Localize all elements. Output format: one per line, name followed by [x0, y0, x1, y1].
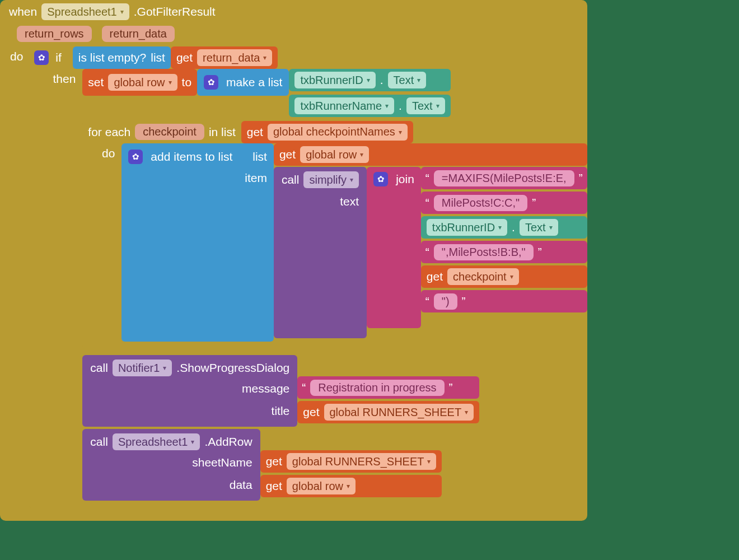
checkpoint-dropdown[interactable]: checkpoint	[447, 268, 519, 285]
get-label: get	[303, 405, 319, 419]
add-items-block[interactable]: add items to list list item	[121, 143, 587, 342]
runners-sheet-dropdown[interactable]: global RUNNERS_SHEET	[287, 453, 437, 470]
lq: “	[425, 196, 429, 209]
rq: ”	[579, 171, 583, 185]
foreach-label: for each	[88, 125, 130, 139]
foreach-var[interactable]: checkpoint	[135, 124, 204, 140]
join-s4[interactable]: “ ",MilePosts!B:B," ”	[421, 241, 587, 263]
s1-text[interactable]: =MAXIFS(MilePosts!E:E,	[434, 170, 574, 186]
event-when-block[interactable]: when Spreadsheet1 .GotFilterResult retur…	[0, 0, 587, 521]
global-row-dropdown[interactable]: global row	[287, 478, 356, 494]
rq: ”	[449, 381, 453, 394]
get-label: get	[427, 270, 443, 283]
make-a-list-block[interactable]: make a list	[197, 69, 289, 96]
if-block[interactable]: if is list empty? list get return_data	[29, 46, 587, 508]
to-label: to	[182, 76, 192, 89]
if-label: if	[53, 51, 67, 64]
call-addrow-block[interactable]: call Spreadsheet1 .AddRow sheetName data	[82, 429, 587, 501]
set-row-block[interactable]: set global row to make a list	[82, 69, 587, 117]
join-s6[interactable]: “ ") ”	[421, 290, 587, 312]
join-label: join	[392, 172, 414, 186]
get-label: get	[266, 479, 282, 493]
lq: “	[425, 295, 429, 308]
param-return-rows[interactable]: return_rows	[17, 26, 92, 42]
if-header: if is list empty? list get return_data	[29, 46, 587, 69]
is-list-empty-block[interactable]: is list empty? list	[73, 46, 171, 69]
get-checkpointnames[interactable]: get global checkpointNames	[241, 121, 413, 143]
return-data-dropdown[interactable]: return_data	[197, 49, 272, 66]
txbrunnername-text[interactable]: txbRunnerName . Text	[289, 95, 450, 117]
join-txbrunnerid[interactable]: txbRunnerID . Text	[421, 216, 587, 239]
get-label: get	[176, 51, 193, 64]
get-runners-sheet-2[interactable]: get global RUNNERS_SHEET	[260, 450, 442, 473]
rq: ”	[538, 245, 542, 259]
sheetname-arg-label: sheetName	[192, 456, 252, 469]
foreach-block[interactable]: for each checkpoint in list get global c…	[82, 120, 587, 349]
param-return-data[interactable]: return_data	[102, 26, 175, 42]
checkpointnames-dropdown[interactable]: global checkpointNames	[268, 124, 408, 141]
add-items-label: add items to list	[147, 150, 232, 164]
notifier-dropdown[interactable]: Notifier1	[113, 360, 172, 376]
list-label: list	[151, 51, 165, 64]
data-arg-label: data	[230, 478, 252, 492]
get-checkpoint[interactable]: get checkpoint	[421, 265, 587, 288]
get-global-row-2[interactable]: get global row	[260, 475, 442, 497]
then-label: then	[29, 69, 82, 89]
lq: “	[302, 381, 306, 394]
gear-icon[interactable]	[204, 75, 218, 90]
simplify-dropdown[interactable]: simplify	[303, 171, 359, 188]
call-notifier-block[interactable]: call Notifier1 .ShowProgressDialog messa…	[82, 355, 587, 427]
foreach-header: for each checkpoint in list get global c…	[82, 120, 587, 143]
runners-sheet-dropdown[interactable]: global RUNNERS_SHEET	[324, 404, 474, 421]
call-label: call	[90, 361, 108, 375]
s4-text[interactable]: ",MilePosts!B:B,"	[434, 244, 534, 260]
get-return-data[interactable]: get return_data	[171, 46, 278, 69]
join-s1[interactable]: “ =MAXIFS(MilePosts!E:E, ”	[421, 167, 587, 189]
get-label: get	[247, 125, 263, 139]
when-label: when	[9, 5, 37, 18]
set-label: set	[88, 76, 104, 89]
global-row-dropdown[interactable]: global row	[300, 146, 369, 163]
txbrunnerid-dropdown[interactable]: txbRunnerID	[294, 72, 375, 88]
component-dropdown[interactable]: Spreadsheet1	[41, 3, 129, 20]
text-dropdown[interactable]: Text	[388, 72, 427, 88]
get-runners-sheet-1[interactable]: get global RUNNERS_SHEET	[297, 401, 479, 423]
do-label: do	[82, 143, 121, 164]
s2-text[interactable]: MilePosts!C:C,"	[434, 195, 527, 211]
txbrunnername-dropdown[interactable]: txbRunnerName	[294, 97, 394, 114]
global-row-dropdown[interactable]: global row	[108, 74, 177, 91]
call-label: call	[282, 173, 300, 186]
join-block[interactable]: join	[367, 167, 421, 328]
call-simplify-block[interactable]: call simplify text	[274, 167, 367, 338]
rq: ”	[462, 295, 466, 308]
txbrunnerid-text[interactable]: txbRunnerID . Text	[289, 69, 450, 91]
event-header: when Spreadsheet1 .GotFilterResult	[0, 0, 587, 24]
get-global-row[interactable]: get global row	[274, 143, 587, 166]
notifier-method: .ShowProgressDialog	[176, 361, 289, 375]
notifier-message[interactable]: “ Registration in progress ”	[297, 376, 479, 399]
make-a-list-label: make a list	[223, 76, 282, 89]
spreadsheet-dropdown[interactable]: Spreadsheet1	[113, 433, 200, 450]
text-dropdown[interactable]: Text	[406, 97, 445, 114]
s6-text[interactable]: ")	[434, 293, 457, 310]
txbrunnerid-dropdown[interactable]: txbRunnerID	[427, 219, 507, 236]
item-label: item	[245, 167, 267, 185]
text-dropdown[interactable]: Text	[520, 219, 558, 236]
is-list-empty-label: is list empty?	[78, 51, 146, 64]
do-label: do	[0, 46, 29, 508]
gear-icon[interactable]	[34, 50, 49, 65]
lq: “	[425, 171, 429, 185]
gear-icon[interactable]	[373, 172, 388, 186]
rq: ”	[532, 196, 536, 209]
message-arg-label: message	[242, 382, 289, 395]
gear-icon[interactable]	[128, 150, 143, 164]
call-label: call	[90, 435, 108, 449]
event-do: do if is list empty? list	[0, 46, 587, 508]
dot-label: .	[399, 99, 402, 113]
title-arg-label: title	[272, 404, 290, 418]
list-label: list	[252, 150, 267, 164]
in-list-label: in list	[209, 125, 236, 139]
addrow-method: .AddRow	[204, 435, 252, 449]
message-text[interactable]: Registration in progress	[310, 380, 444, 396]
join-s2[interactable]: “ MilePosts!C:C," ”	[421, 192, 587, 214]
